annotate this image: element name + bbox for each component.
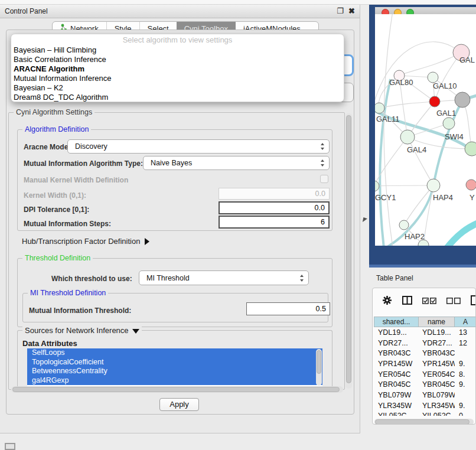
mi-steps-label: Mutual Information Steps: (24, 220, 111, 228)
table-panel: shared...nameA YDL19...YDL19...13YDR27..… (372, 288, 476, 425)
node-label: GAL10 (433, 81, 457, 90)
table-row[interactable]: YDR27...YDR27...12 (374, 338, 476, 348)
aracne-mode-label: Aracne Mode: (24, 143, 70, 151)
network-node[interactable] (375, 181, 379, 191)
network-node[interactable] (427, 179, 440, 192)
node-label: GAL4 (407, 145, 426, 154)
network-node[interactable] (466, 180, 476, 190)
kernel-width-label: Kernel Width (0,1): (24, 191, 86, 200)
document-icon[interactable] (471, 295, 476, 308)
table-cell: 13 (455, 328, 472, 337)
network-canvas[interactable]: GALGAL80GAL10GAL1GAL11SWI4GAL4GCY1HAP4YH… (375, 14, 476, 246)
network-node[interactable] (375, 103, 384, 113)
node-label: GAL1 (436, 109, 456, 118)
table-cell: YDL19... (419, 328, 455, 337)
node-label: Y (470, 193, 475, 202)
table-cell: 9. (455, 360, 472, 368)
dpi-tolerance-label: DPI Tolerance [0,1]: (24, 206, 89, 214)
table-rows[interactable]: YDL19...YDL19...13YDR27...YDR27...12YBR0… (374, 327, 476, 416)
table-cell: YBR045C (419, 380, 455, 389)
mi-threshold-label: Mutual Information Threshold: (29, 306, 131, 315)
mouse-cursor (362, 217, 367, 223)
algorithm-list-item[interactable]: Dream8 DC_TDC Algorithm (11, 93, 344, 102)
column-header-name[interactable]: name (419, 317, 455, 327)
settings-hscrollbar[interactable] (11, 386, 343, 393)
apply-button[interactable]: Apply (159, 398, 199, 411)
settings-vscrollbar[interactable] (345, 113, 352, 389)
sources-group: Sources for Network Inference Data Attri… (17, 330, 332, 389)
table-cell: YDR27... (419, 339, 455, 347)
unchecked-pair-icon[interactable] (446, 296, 461, 306)
table-row[interactable]: YBR045CYBR045C9. (374, 379, 476, 390)
combo-arrows-icon (300, 275, 304, 282)
node-label: SWI4 (445, 132, 464, 141)
which-threshold-combobox[interactable]: MI Threshold (139, 270, 309, 285)
table-row[interactable]: YER054CYER054C8. (374, 369, 476, 380)
algorithm-definition-group: Algorithm Definition Aracne Mode: Discov… (17, 129, 332, 231)
network-node[interactable] (399, 220, 409, 230)
algorithm-list-item[interactable]: Bayesian – K2 (11, 83, 344, 93)
dpi-tolerance-input[interactable]: 0.0 (219, 201, 330, 214)
node-label: GAL11 (376, 115, 400, 123)
desktop-background (369, 265, 476, 268)
algorithm-list-item[interactable]: Mutual Information Inference (11, 74, 344, 83)
column-header-a[interactable]: A (455, 317, 476, 327)
table-cell: YBL079W (419, 391, 455, 399)
network-node[interactable] (400, 130, 415, 144)
node-label: GAL80 (389, 78, 413, 87)
popup-placeholder: Select algorithm to view settings (11, 35, 344, 45)
table-row[interactable]: YPR145WYPR145W9. (374, 358, 476, 369)
expanded-arrow-icon (132, 329, 139, 334)
table-cell: YER054C (374, 370, 419, 379)
algorithm-list-item[interactable]: ARACNE Algorithm (11, 64, 344, 74)
attributes-vscrollbar[interactable] (316, 349, 322, 386)
split-columns-icon[interactable] (402, 296, 412, 307)
table-row[interactable]: YLR345WYLR345W9. (374, 400, 476, 411)
attribute-list-item[interactable]: gal4RGexp (27, 376, 322, 386)
checked-pair-icon[interactable] (422, 296, 436, 306)
manual-kernel-checkbox[interactable] (320, 175, 328, 183)
table-row[interactable]: YBL079WYBL079W (374, 390, 476, 400)
sources-toggle[interactable]: Sources for Network Inference (22, 326, 142, 335)
table-header-row[interactable]: shared...nameA (374, 317, 476, 327)
node-label: HAP2 (405, 232, 425, 241)
table-row[interactable]: YIL052CYIL052C0. (374, 411, 476, 416)
table-cell: YBR043C (374, 349, 419, 357)
float-window-icon[interactable]: ❐ (337, 6, 344, 15)
hub-definition-toggle[interactable]: Hub/Transcription Factor Definition (22, 237, 149, 246)
attribute-list-item[interactable]: SelfLoops (27, 348, 322, 358)
mi-type-combobox[interactable]: Naive Bayes (143, 156, 330, 170)
algorithm-list-item[interactable]: Bayesian – Hill Climbing (11, 45, 344, 55)
partial-table-row[interactable]: YIL052CYIL052C0. (374, 411, 476, 416)
table-row[interactable]: YBR043CYBR043C (374, 348, 476, 358)
close-window-icon[interactable]: ✖ (348, 6, 355, 15)
network-node[interactable] (455, 92, 470, 107)
table-cell: 12 (455, 339, 472, 347)
mi-steps-input[interactable]: 6 (219, 216, 330, 229)
network-node[interactable] (443, 118, 455, 129)
settings-group-title: Cyni Algorithm Settings (14, 108, 94, 116)
network-node[interactable] (465, 142, 476, 156)
panel-title: Control Panel (5, 7, 48, 15)
mi-type-value: Naive Bayes (151, 159, 192, 167)
panel-grip[interactable] (5, 443, 15, 450)
algorithm-list-item[interactable]: Basic Correlation Inference (11, 55, 344, 64)
table-cell: YBL079W (374, 391, 419, 399)
attribute-list-item[interactable]: TopologicalCoefficient (27, 358, 322, 367)
aracne-mode-combobox[interactable]: Discovery (67, 139, 330, 154)
network-node[interactable] (429, 96, 440, 107)
manual-kernel-label: Manual Kernel Width Definition (24, 176, 128, 184)
data-attributes-list[interactable]: SelfLoopsTopologicalCoefficientBetweenne… (27, 348, 322, 386)
table-cell: 9. (455, 380, 472, 389)
gear-icon[interactable] (382, 295, 392, 308)
mi-threshold-input[interactable]: 0.5 (246, 302, 330, 315)
node-label: GCY1 (375, 193, 396, 202)
table-hscrollbar[interactable] (374, 419, 474, 425)
mi-threshold-group: MI Threshold Definition Mutual Informati… (22, 293, 328, 322)
threshold-definition-group: Threshold Definition Which threshold to … (17, 258, 332, 327)
kernel-width-input[interactable]: 0.0 (219, 188, 330, 200)
attribute-list-item[interactable]: BetweennessCentrality (27, 367, 322, 376)
table-row[interactable]: YDL19...YDL19...13 (374, 327, 476, 338)
table-cell: YDR27... (374, 339, 419, 347)
column-header-shared[interactable]: shared... (374, 317, 419, 327)
